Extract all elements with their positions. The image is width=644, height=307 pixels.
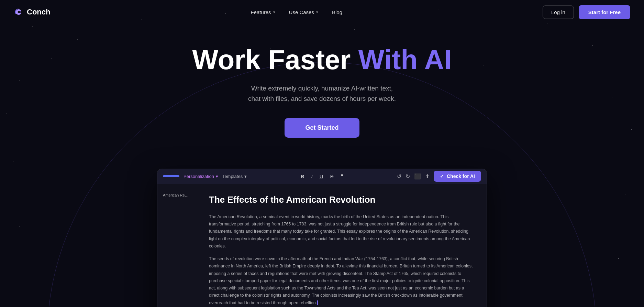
hero-title: Work Faster With AI: [7, 45, 637, 75]
redo-button[interactable]: ↻: [406, 173, 410, 180]
document-title: The Effects of the American Revolution: [209, 194, 473, 205]
toolbar-progress-bar: [163, 175, 179, 177]
logo[interactable]: Conch: [14, 7, 50, 17]
underline-button[interactable]: U: [318, 173, 325, 180]
text-cursor: [317, 300, 318, 305]
editor-body: American Revolution The Effects of the A…: [157, 184, 487, 307]
bold-button[interactable]: B: [299, 173, 306, 180]
editor-preview: Personalization ▾ Templates ▾ B I U S ❝ …: [157, 169, 487, 307]
italic-button[interactable]: I: [310, 173, 314, 180]
get-started-button[interactable]: Get Started: [285, 118, 359, 138]
hero-title-white: Work Faster: [192, 44, 351, 75]
document-paragraph-1: The American Revolution, a seminal event…: [209, 213, 473, 250]
chevron-down-icon: ▾: [273, 10, 275, 14]
toolbar-left: Personalization ▾ Templates ▾: [163, 174, 247, 179]
chevron-down-icon: ▾: [316, 10, 318, 14]
check-for-ai-button[interactable]: ✓ Check for AI: [434, 171, 481, 182]
chevron-down-icon: ▾: [216, 174, 218, 179]
logo-icon: [14, 7, 23, 17]
hero-title-purple: With AI: [358, 44, 452, 75]
sidebar-doc-item[interactable]: American Revolution: [162, 191, 191, 199]
toolbar-right: ↺ ↻ ⬛ ⬆ ✓ Check for AI: [397, 171, 481, 182]
document-paragraph-2: The seeds of revolution were sown in the…: [209, 255, 473, 307]
chevron-down-icon: ▾: [244, 174, 247, 179]
quote-button[interactable]: ❝: [339, 172, 345, 180]
undo-button[interactable]: ↺: [397, 173, 401, 180]
logo-text: Conch: [27, 8, 50, 17]
nav-center: Features ▾ Use Cases ▾ Blog: [251, 9, 342, 15]
templates-dropdown[interactable]: Templates ▾: [222, 174, 247, 179]
personalization-dropdown[interactable]: Personalization ▾: [184, 174, 218, 179]
nav-use-cases[interactable]: Use Cases ▾: [289, 9, 318, 15]
checkmark-icon: ✓: [440, 173, 444, 179]
editor-toolbar: Personalization ▾ Templates ▾ B I U S ❝ …: [157, 169, 487, 184]
editor-sidebar: American Revolution: [157, 184, 195, 307]
navbar: Conch Features ▾ Use Cases ▾ Blog Log in…: [0, 0, 644, 24]
save-button[interactable]: ⬛: [414, 173, 421, 180]
nav-features[interactable]: Features ▾: [251, 9, 275, 15]
login-button[interactable]: Log in: [543, 6, 574, 19]
toolbar-format-buttons: B I U S ❝: [299, 172, 345, 180]
strikethrough-button[interactable]: S: [329, 173, 335, 180]
hero-subtitle: Write extremely quickly, humanize AI-wri…: [7, 83, 637, 104]
editor-content-area[interactable]: The Effects of the American Revolution T…: [195, 184, 487, 307]
nav-blog[interactable]: Blog: [332, 9, 342, 15]
nav-actions: Log in Start for Free: [543, 5, 630, 19]
share-button[interactable]: ⬆: [425, 173, 430, 180]
start-for-free-button[interactable]: Start for Free: [579, 5, 630, 19]
hero-section: Work Faster With AI Write extremely quic…: [0, 24, 644, 151]
